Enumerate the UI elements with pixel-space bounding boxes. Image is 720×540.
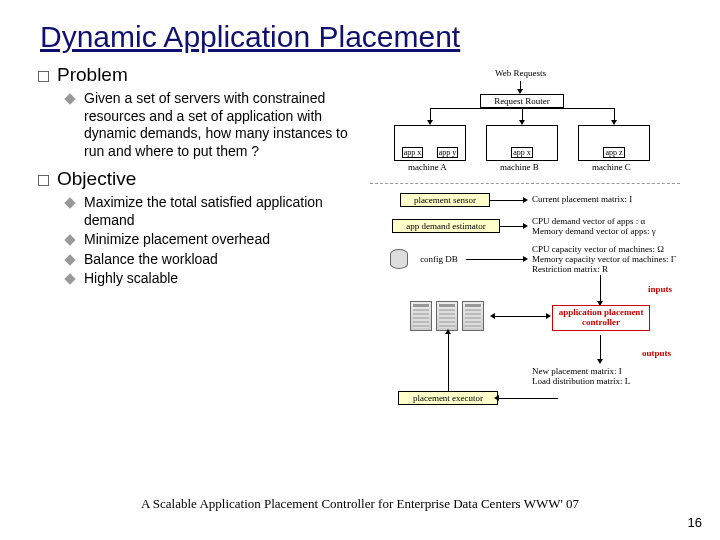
box-demand-estimator: app demand estimator <box>392 219 500 233</box>
slide-title: Dynamic Application Placement <box>0 0 720 64</box>
db-icon <box>390 249 408 269</box>
bullet-text: Given a set of servers with constrained … <box>84 90 370 160</box>
box-placement-executor: placement executor <box>398 391 498 405</box>
heading-problem: Problem <box>30 64 370 86</box>
bullet-item: Minimize placement overhead <box>66 231 370 249</box>
diamond-bullet-icon <box>64 93 75 104</box>
label-config-db: config DB <box>412 253 466 265</box>
text-column: Problem Given a set of servers with cons… <box>30 64 370 429</box>
machine-label: machine B <box>500 163 539 173</box>
app-box: app z <box>603 147 624 158</box>
citation: A Scalable Application Placement Control… <box>0 496 720 512</box>
info-label: Current placement matrix: I <box>532 195 632 205</box>
square-bullet-icon <box>38 175 49 186</box>
diamond-bullet-icon <box>64 197 75 208</box>
info-label: Memory demand vector of apps: γ <box>532 227 656 237</box>
info-label: Restriction matrix: R <box>532 265 608 275</box>
diamond-bullet-icon <box>64 273 75 284</box>
diamond-bullet-icon <box>64 254 75 265</box>
server-cluster <box>410 301 484 331</box>
diagram-column: Web Requests Request Router app x app y … <box>370 64 700 429</box>
server-icon <box>462 301 484 331</box>
app-box: app x <box>511 147 533 158</box>
diamond-bullet-icon <box>64 234 75 245</box>
content-row: Problem Given a set of servers with cons… <box>0 64 720 429</box>
app-box: app x <box>402 147 424 158</box>
box-placement-sensor: placement sensor <box>400 193 490 207</box>
box-request-router: Request Router <box>480 94 564 108</box>
bullet-text: Minimize placement overhead <box>84 231 270 249</box>
server-icon <box>410 301 432 331</box>
machine-c: app z <box>578 125 650 161</box>
square-bullet-icon <box>38 71 49 82</box>
bullet-text: Highly scalable <box>84 270 178 288</box>
bullet-item: Balance the workload <box>66 251 370 269</box>
box-controller: application placement controller <box>552 305 650 331</box>
page-number: 16 <box>688 515 702 530</box>
bullet-item: Given a set of servers with constrained … <box>66 90 370 160</box>
machine-b: app x <box>486 125 558 161</box>
machine-a: app x app y <box>394 125 466 161</box>
server-icon <box>436 301 458 331</box>
heading-text: Objective <box>57 168 136 189</box>
architecture-diagram: Web Requests Request Router app x app y … <box>370 69 690 429</box>
section-problem: Problem Given a set of servers with cons… <box>30 64 370 160</box>
info-label: Load distribution matrix: L <box>532 377 630 387</box>
label-outputs: outputs <box>642 349 671 359</box>
label-web-requests: Web Requests <box>495 69 546 79</box>
bullet-item: Highly scalable <box>66 270 370 288</box>
section-objective: Objective Maximize the total satisfied a… <box>30 168 370 288</box>
bullet-item: Maximize the total satisfied application… <box>66 194 370 229</box>
bullet-text: Balance the workload <box>84 251 218 269</box>
heading-text: Problem <box>57 64 128 85</box>
machine-label: machine A <box>408 163 447 173</box>
machine-label: machine C <box>592 163 631 173</box>
heading-objective: Objective <box>30 168 370 190</box>
bullet-text: Maximize the total satisfied application… <box>84 194 370 229</box>
app-box: app y <box>437 147 459 158</box>
label-inputs: inputs <box>648 285 672 295</box>
